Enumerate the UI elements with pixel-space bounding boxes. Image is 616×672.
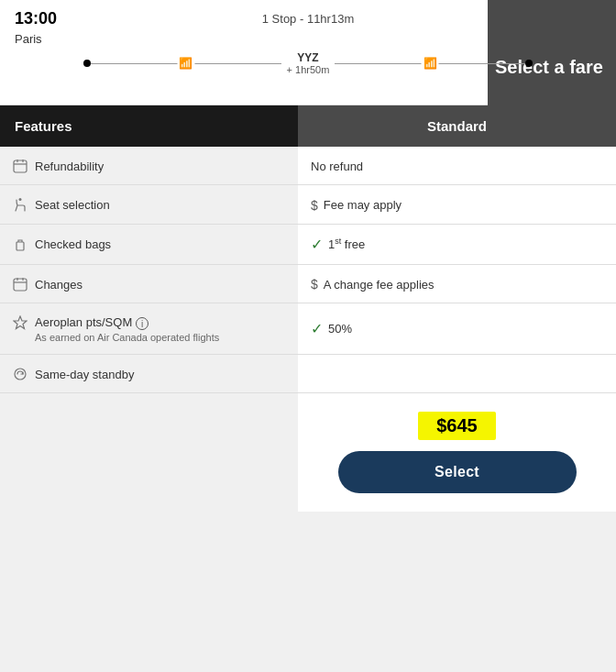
bottom-standard-col: $645 Select: [298, 393, 616, 512]
feature-label: Checked bags: [35, 237, 111, 251]
feature-value: 1st free: [328, 237, 365, 251]
feature-label-cell: Aeroplan pts/SQMiAs earned on Air Canada…: [0, 303, 298, 354]
feature-label-cell: Checked bags: [0, 224, 298, 264]
feature-value: 50%: [328, 322, 352, 336]
feature-value: Fee may apply: [324, 198, 402, 212]
table-row: Aeroplan pts/SQMiAs earned on Air Canada…: [0, 303, 616, 354]
feature-label: Seat selection: [35, 198, 110, 212]
dollar-icon: $: [311, 277, 318, 292]
table-row: Same-day standby: [0, 355, 616, 393]
table-row: RefundabilityNo refund: [0, 147, 616, 185]
check-icon: ✓: [311, 321, 323, 336]
wifi-icon-left: 📶: [177, 57, 194, 70]
table-row: Checked bags✓1st free: [0, 224, 616, 264]
departure-time: 13:00: [15, 9, 57, 28]
price-badge: $645: [418, 412, 496, 440]
bottom-area: $645 Select: [0, 393, 616, 512]
origin-city: Paris: [15, 32, 42, 46]
feature-value: No refund: [311, 160, 363, 173]
feature-value-cell: ✓50%: [298, 303, 616, 354]
select-button[interactable]: Select: [338, 451, 577, 493]
feature-label-cell: Changes: [0, 264, 298, 303]
feature-value-cell: ✓1st free: [298, 224, 616, 264]
feature-label: Same-day standby: [35, 368, 134, 381]
origin-dot: [83, 60, 91, 67]
first-segment: 📶: [91, 63, 281, 64]
stopover-code: YYZ: [297, 51, 318, 64]
stopover-extra: + 1hr50m: [287, 64, 330, 75]
stop-info: 1 Stop - 11hr13m: [262, 12, 354, 26]
flight-info-panel: Select a fare 13:00 1 Stop - 11hr13m 18:…: [0, 0, 616, 105]
feature-label: Aeroplan pts/SQMi: [35, 315, 148, 329]
feature-sublabel: As earned on Air Canada operated flights: [35, 332, 285, 343]
check-icon: ✓: [311, 237, 323, 252]
svg-marker-10: [14, 316, 27, 329]
feature-label-cell: Same-day standby: [0, 355, 298, 393]
feature-label-cell: Refundability: [0, 147, 298, 185]
svg-point-4: [19, 198, 22, 201]
svg-point-11: [15, 369, 26, 380]
stopover-box: YYZ + 1hr50m: [281, 51, 336, 75]
svg-rect-5: [16, 242, 24, 250]
feature-label: Refundability: [35, 160, 104, 173]
table-row: Changes$A change fee applies: [0, 264, 616, 303]
svg-rect-6: [14, 279, 27, 291]
flight-route-row: 📶 YYZ + 1hr50m 📶: [15, 51, 601, 75]
feature-label-cell: Seat selection: [0, 185, 298, 224]
second-segment: 📶: [335, 63, 525, 64]
feature-value: A change fee applies: [324, 277, 434, 291]
feature-value-cell: No refund: [298, 147, 616, 185]
feature-value-cell: $A change fee applies: [298, 264, 616, 303]
bottom-features-col: [0, 393, 298, 512]
feature-label: Changes: [35, 277, 82, 291]
wifi-icon-right: 📶: [422, 57, 439, 70]
feature-value-cell: [298, 355, 616, 393]
info-icon[interactable]: i: [136, 317, 148, 330]
features-table: Features Standard RefundabilityNo refund…: [0, 105, 616, 393]
svg-rect-0: [14, 160, 27, 172]
feature-value-cell: $Fee may apply: [298, 185, 616, 224]
table-row: Seat selection$Fee may apply: [0, 185, 616, 224]
route-line: 📶 YYZ + 1hr50m 📶: [83, 51, 533, 75]
col-header-features: Features: [0, 105, 298, 147]
dollar-icon: $: [311, 198, 318, 213]
destination-dot: [525, 60, 533, 67]
